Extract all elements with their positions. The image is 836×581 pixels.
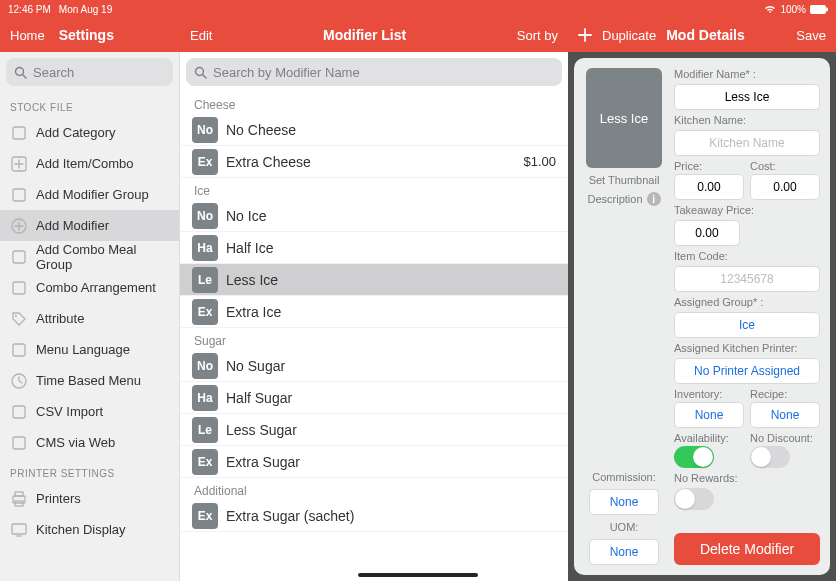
sidebar-search[interactable] bbox=[6, 58, 173, 86]
description-row[interactable]: Description i bbox=[587, 192, 660, 206]
duplicate-button[interactable]: Duplicate bbox=[602, 28, 656, 43]
status-bar: 12:46 PM Mon Aug 19 100% bbox=[0, 0, 836, 18]
sidebar-item[interactable]: Menu Language bbox=[0, 334, 179, 365]
modifier-row[interactable]: HaHalf Ice bbox=[180, 232, 568, 264]
price-input[interactable] bbox=[674, 174, 744, 200]
modifier-row[interactable]: ExExtra Ice bbox=[180, 296, 568, 328]
commission-select[interactable]: None bbox=[589, 489, 659, 515]
availability-toggle[interactable] bbox=[674, 446, 714, 468]
sidebar-item-label: CMS via Web bbox=[36, 435, 115, 450]
group-select[interactable]: Ice bbox=[674, 312, 820, 338]
price-label: Price: bbox=[674, 160, 744, 172]
svg-rect-11 bbox=[13, 344, 25, 356]
sidebar-item[interactable]: Add Combo Meal Group bbox=[0, 241, 179, 272]
sidebar-item[interactable]: Add Modifier Group bbox=[0, 179, 179, 210]
status-battery: 100% bbox=[780, 4, 806, 15]
sidebar-item[interactable]: Add Category bbox=[0, 117, 179, 148]
plus-icon[interactable] bbox=[578, 28, 592, 42]
availability-label: Availability: bbox=[674, 432, 744, 444]
svg-rect-6 bbox=[13, 189, 25, 201]
sidebar-item-label: Menu Language bbox=[36, 342, 130, 357]
modifier-label: Half Ice bbox=[226, 240, 556, 256]
set-thumb-label[interactable]: Set Thumbnail bbox=[589, 174, 660, 186]
modifier-list: CheeseNoNo CheeseExExtra Cheese$1.00IceN… bbox=[180, 52, 568, 581]
modifier-row[interactable]: NoNo Cheese bbox=[180, 114, 568, 146]
sidebar-item-label: Combo Arrangement bbox=[36, 280, 156, 295]
takeaway-input[interactable] bbox=[674, 220, 740, 246]
swap-icon bbox=[10, 279, 28, 297]
modifier-row[interactable]: NoNo Ice bbox=[180, 200, 568, 232]
sidebar-item[interactable]: Time Based Menu bbox=[0, 365, 179, 396]
svg-rect-0 bbox=[810, 5, 826, 14]
sidebar-item-label: CSV Import bbox=[36, 404, 103, 419]
svg-rect-13 bbox=[13, 406, 25, 418]
modifier-badge: No bbox=[192, 117, 218, 143]
list-search[interactable] bbox=[186, 58, 562, 86]
modifier-row[interactable]: LeLess Sugar bbox=[180, 414, 568, 446]
modifier-badge: Ex bbox=[192, 299, 218, 325]
recipe-select[interactable]: None bbox=[750, 402, 820, 428]
header-bars: Home Settings Edit Modifier List Sort by… bbox=[0, 18, 836, 52]
moddetails-title: Mod Details bbox=[666, 27, 745, 43]
sidebar-item[interactable]: Kitchen Display bbox=[0, 514, 179, 545]
printer-label: Assigned Kitchen Printer: bbox=[674, 342, 820, 354]
sidebar: STOCK FILEAdd CategoryAdd Item/ComboAdd … bbox=[0, 52, 180, 581]
uom-select[interactable]: None bbox=[589, 539, 659, 565]
sidebar-item[interactable]: Attribute bbox=[0, 303, 179, 334]
modifier-row[interactable]: HaHalf Sugar bbox=[180, 382, 568, 414]
modifier-badge: No bbox=[192, 203, 218, 229]
grid-icon bbox=[10, 124, 28, 142]
sidebar-item[interactable]: CSV Import bbox=[0, 396, 179, 427]
group-header: Additional bbox=[180, 478, 568, 500]
modifier-row[interactable]: LeLess Ice bbox=[180, 264, 568, 296]
detail-panel: Less Ice Set Thumbnail Description i Com… bbox=[568, 52, 836, 581]
sidebar-item-label: Add Combo Meal Group bbox=[36, 242, 169, 272]
plus-circle-icon bbox=[10, 217, 28, 235]
thumbnail[interactable]: Less Ice bbox=[586, 68, 662, 168]
info-icon: i bbox=[647, 192, 661, 206]
norewards-toggle[interactable] bbox=[674, 488, 714, 510]
sidebar-item[interactable]: Add Modifier bbox=[0, 210, 179, 241]
modifier-row[interactable]: ExExtra Sugar (sachet) bbox=[180, 500, 568, 532]
sidebar-item[interactable]: Add Item/Combo bbox=[0, 148, 179, 179]
modifier-label: Extra Sugar (sachet) bbox=[226, 508, 556, 524]
itemcode-input[interactable] bbox=[674, 266, 820, 292]
modifier-label: No Sugar bbox=[226, 358, 556, 374]
uom-label: UOM: bbox=[610, 521, 639, 533]
modifier-row[interactable]: NoNo Sugar bbox=[180, 350, 568, 382]
home-indicator[interactable] bbox=[358, 573, 478, 577]
sidebar-item-label: Time Based Menu bbox=[36, 373, 141, 388]
modifier-badge: Ex bbox=[192, 149, 218, 175]
sortby-button[interactable]: Sort by bbox=[517, 28, 558, 43]
sidebar-item[interactable]: CMS via Web bbox=[0, 427, 179, 458]
nodiscount-toggle[interactable] bbox=[750, 446, 790, 468]
status-date: Mon Aug 19 bbox=[59, 4, 112, 15]
modifier-badge: Ex bbox=[192, 449, 218, 475]
inventory-select[interactable]: None bbox=[674, 402, 744, 428]
edit-button[interactable]: Edit bbox=[190, 28, 212, 43]
modifier-row[interactable]: ExExtra Sugar bbox=[180, 446, 568, 478]
home-button[interactable]: Home bbox=[10, 28, 45, 43]
svg-point-10 bbox=[15, 315, 17, 317]
list-search-input[interactable] bbox=[213, 65, 554, 80]
cost-label: Cost: bbox=[750, 160, 820, 172]
delete-button[interactable]: Delete Modifier bbox=[674, 533, 820, 565]
modifier-badge: Le bbox=[192, 267, 218, 293]
save-button[interactable]: Save bbox=[796, 28, 826, 43]
modifier-label: Extra Cheese bbox=[226, 154, 515, 170]
modname-input[interactable] bbox=[674, 84, 820, 110]
sidebar-item[interactable]: Combo Arrangement bbox=[0, 272, 179, 303]
modifier-row[interactable]: ExExtra Cheese$1.00 bbox=[180, 146, 568, 178]
sidebar-item[interactable]: Printers bbox=[0, 483, 179, 514]
svg-rect-8 bbox=[13, 251, 25, 263]
modifier-label: No Ice bbox=[226, 208, 556, 224]
battery-icon bbox=[810, 5, 828, 14]
printer-select[interactable]: No Printer Assigned bbox=[674, 358, 820, 384]
printer-icon bbox=[10, 490, 28, 508]
cost-input[interactable] bbox=[750, 174, 820, 200]
modifier-badge: Ha bbox=[192, 385, 218, 411]
svg-rect-4 bbox=[13, 127, 25, 139]
kitchen-input[interactable] bbox=[674, 130, 820, 156]
search-icon bbox=[194, 66, 207, 79]
sidebar-search-input[interactable] bbox=[33, 65, 201, 80]
